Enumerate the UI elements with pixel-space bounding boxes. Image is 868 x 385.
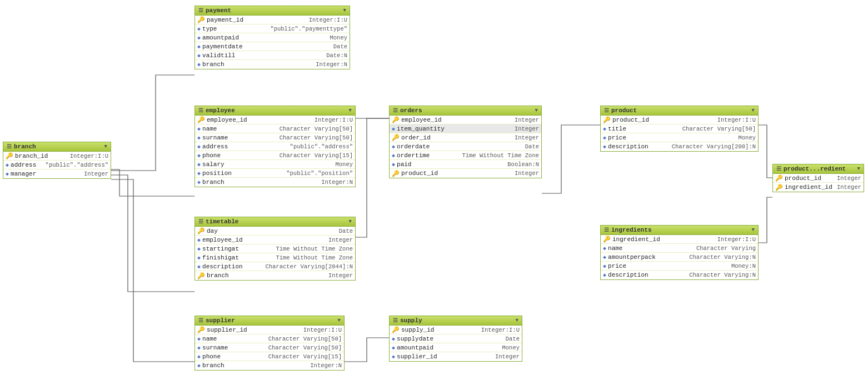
column-name: name xyxy=(608,245,622,252)
table-row: ◆position"public"."position" xyxy=(195,169,355,178)
column-type: Integer:I:U xyxy=(315,117,353,123)
table-payment[interactable]: ☰payment▼🔑payment_idInteger:I:U◆type"pub… xyxy=(194,6,350,69)
table-row: ◆phoneCharacter Varying[15] xyxy=(195,151,355,160)
column-name: paid xyxy=(397,161,411,168)
table-supplier[interactable]: ☰supplier▼🔑supplier_idInteger:I:U◆nameCh… xyxy=(194,316,345,371)
connector xyxy=(111,175,194,292)
column-name: type xyxy=(202,26,217,32)
table-header-orders[interactable]: ☰orders▼ xyxy=(390,106,541,116)
dropdown-arrow-icon[interactable]: ▼ xyxy=(752,108,755,113)
table-employee[interactable]: ☰employee▼🔑employee_idInteger:I:U◆nameCh… xyxy=(194,106,356,187)
table-product[interactable]: ☰product▼🔑product_idInteger:I:U◆titleCha… xyxy=(600,106,759,152)
dropdown-arrow-icon[interactable]: ▼ xyxy=(104,144,107,149)
dropdown-arrow-icon[interactable]: ▼ xyxy=(857,166,860,172)
column-type: "public"."paymenttype" xyxy=(270,26,347,32)
column-type: Character Varying[50] xyxy=(280,126,353,132)
column-name: description xyxy=(608,272,648,278)
diamond-icon: ◆ xyxy=(392,126,395,132)
column-name: employee_id xyxy=(401,117,442,123)
dropdown-arrow-icon[interactable]: ▼ xyxy=(535,108,538,113)
column-type: Integer xyxy=(515,126,539,132)
table-name-label: employee xyxy=(206,107,235,114)
column-name: position xyxy=(202,170,232,177)
column-type: Boolean:N xyxy=(507,161,539,168)
column-type: Integer:N xyxy=(321,179,353,186)
column-name: amountpaid xyxy=(202,34,239,41)
table-timetable[interactable]: ☰timetable▼🔑dayDate◆employee_idInteger◆s… xyxy=(194,217,356,281)
dropdown-arrow-icon[interactable]: ▼ xyxy=(516,318,518,323)
key-icon: 🔑 xyxy=(6,152,13,159)
column-type: Integer xyxy=(837,184,861,191)
column-type: Character Varying[50] xyxy=(682,126,756,132)
table-row: ◆priceMoney:N xyxy=(601,262,758,271)
table-header-payment[interactable]: ☰payment▼ xyxy=(195,6,350,16)
diamond-icon: ◆ xyxy=(603,263,606,269)
dropdown-arrow-icon[interactable]: ▼ xyxy=(349,219,352,224)
table-header-timetable[interactable]: ☰timetable▼ xyxy=(195,217,355,227)
column-name: payment_id xyxy=(207,17,243,23)
table-row: ◆orderdateDate xyxy=(390,142,541,151)
table-header-branch[interactable]: ☰branch▼ xyxy=(3,142,111,152)
table-row: 🔑product_idInteger xyxy=(390,169,541,178)
column-name: validtill xyxy=(202,52,235,59)
table-name-label: supply xyxy=(400,317,422,324)
table-supply[interactable]: ☰supply▼🔑supply_idInteger:I:U◆supplydate… xyxy=(389,316,522,362)
key-icon: 🔑 xyxy=(603,236,611,243)
column-name: surname xyxy=(202,134,228,141)
column-type: Integer:N xyxy=(310,362,342,369)
table-grid-icon: ☰ xyxy=(7,143,12,150)
table-header-product...redient[interactable]: ☰product...redient▼ xyxy=(773,164,864,174)
column-type: Date xyxy=(333,43,347,50)
column-name: branch xyxy=(202,61,225,68)
table-header-product[interactable]: ☰product▼ xyxy=(601,106,758,116)
dropdown-arrow-icon[interactable]: ▼ xyxy=(343,8,346,13)
key-icon: 🔑 xyxy=(392,116,400,123)
column-type: Time Without Time Zone xyxy=(276,246,353,252)
table-branch[interactable]: ☰branch▼🔑branch_idInteger:I:U◆address"pu… xyxy=(3,142,111,179)
column-name: price xyxy=(608,263,626,269)
table-row: ◆paidBoolean:N xyxy=(390,160,541,169)
dropdown-arrow-icon[interactable]: ▼ xyxy=(338,318,341,323)
column-type: Integer xyxy=(328,237,353,243)
column-type: Integer:I:U xyxy=(70,153,108,159)
diamond-icon: ◆ xyxy=(392,161,395,168)
table-ingredients[interactable]: ☰ingredients▼🔑ingredient_idInteger:I:U◆n… xyxy=(600,225,759,280)
dropdown-arrow-icon[interactable]: ▼ xyxy=(752,227,755,233)
connector xyxy=(345,338,389,362)
table-header-ingredients[interactable]: ☰ingredients▼ xyxy=(601,226,758,235)
diamond-icon: ◆ xyxy=(603,254,606,261)
column-type: Integer xyxy=(515,117,539,123)
table-header-supplier[interactable]: ☰supplier▼ xyxy=(195,316,344,326)
table-row: ◆ordertimeTime Without Time Zone xyxy=(390,151,541,160)
table-grid-icon: ☰ xyxy=(198,317,203,324)
column-type: Integer:I:U xyxy=(481,327,520,333)
column-name: startingat xyxy=(202,246,239,252)
column-type: Integer xyxy=(84,171,108,177)
dropdown-arrow-icon[interactable]: ▼ xyxy=(349,108,352,113)
connector xyxy=(542,125,600,193)
column-name: item_quantity xyxy=(397,126,445,132)
diamond-icon: ◆ xyxy=(392,344,395,351)
column-name: branch xyxy=(202,179,225,186)
column-name: amountperpack xyxy=(608,254,656,261)
table-row: ◆amountperpackCharacter Varying:N xyxy=(601,253,758,262)
key-icon: 🔑 xyxy=(775,174,783,182)
table-header-supply[interactable]: ☰supply▼ xyxy=(390,316,522,326)
table-row: ◆branchInteger:N xyxy=(195,361,344,370)
table-row: 🔑payment_idInteger:I:U xyxy=(195,16,350,24)
diamond-icon: ◆ xyxy=(197,353,201,360)
column-type: Time Without Time Zone xyxy=(276,254,353,261)
connector xyxy=(759,125,772,178)
connector xyxy=(111,75,194,171)
table-header-employee[interactable]: ☰employee▼ xyxy=(195,106,355,116)
table-name-label: timetable xyxy=(206,218,238,225)
diamond-icon: ◆ xyxy=(197,26,201,32)
table-name-label: supplier xyxy=(206,317,235,324)
diamond-icon: ◆ xyxy=(6,171,9,177)
diamond-icon: ◆ xyxy=(197,237,201,243)
column-type: Integer:I:U xyxy=(309,17,347,23)
table-orders[interactable]: ☰orders▼🔑employee_idInteger◆item_quantit… xyxy=(389,106,542,178)
diamond-icon: ◆ xyxy=(603,245,606,252)
table-product---redient[interactable]: ☰product...redient▼🔑product_idInteger🔑in… xyxy=(772,164,864,192)
table-row: 🔑employee_idInteger:I:U xyxy=(195,116,355,124)
